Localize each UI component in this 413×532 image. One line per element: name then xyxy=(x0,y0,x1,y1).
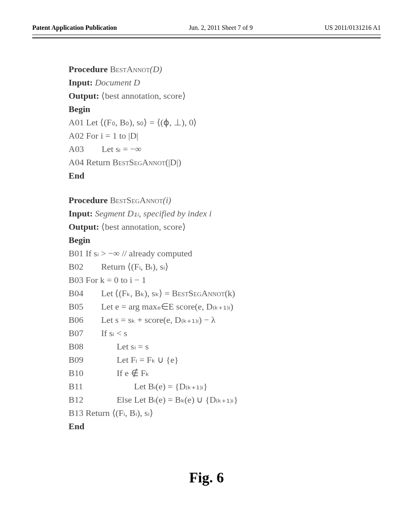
proc2-b02: B02 Return ⟨(Fᵢ, Bᵢ), sᵢ⟩ xyxy=(69,260,381,273)
proc1-title-arg: (D) xyxy=(150,64,162,74)
proc2-b09: B09 Let Fᵢ = Fₖ ∪ {e} xyxy=(69,353,381,366)
page: Patent Application Publication Jun. 2, 2… xyxy=(0,0,413,532)
header-right: US 2011/0131216 A1 xyxy=(325,24,381,31)
proc1-a04-b: BestSegAnnot xyxy=(113,157,165,167)
proc1-end: End xyxy=(69,169,381,182)
proc2-title-arg: (i) xyxy=(163,195,171,205)
proc2-b03: B03 For k = 0 to i − 1 xyxy=(69,273,381,287)
proc1-output-kw: Output: xyxy=(69,91,101,101)
proc2-input-kw: Input: xyxy=(69,208,95,218)
page-header: Patent Application Publication Jun. 2, 2… xyxy=(32,24,381,35)
proc1-output: Output: ⟨best annotation, score⟩ xyxy=(69,89,381,102)
header-mid: Jun. 2, 2011 Sheet 7 of 9 xyxy=(189,24,253,31)
proc1-input: Input: Document D xyxy=(69,76,381,89)
algorithm-content: Procedure BestAnnot(D) Input: Document D… xyxy=(69,62,381,433)
proc2-b13: B13 Return ⟨(Fᵢ, Bᵢ), sᵢ⟩ xyxy=(69,406,381,420)
proc1-begin: Begin xyxy=(69,102,381,116)
proc2-title-name: BestSegAnnot xyxy=(110,195,163,205)
proc2-b04-b: BestSegAnnot xyxy=(172,288,225,298)
proc1-input-val: Document D xyxy=(95,77,140,87)
proc1-title: Procedure BestAnnot(D) xyxy=(69,62,381,76)
proc2-input-val: Segment D₁ᵢ, specified by index i xyxy=(95,208,211,218)
proc2-b04-a: B04 Let ⟨(Fₖ, Bₖ), sₖ⟩ = xyxy=(69,288,172,298)
proc1-a04: A04 Return BestSegAnnot(|D|) xyxy=(69,156,381,169)
proc2-input: Input: Segment D₁ᵢ, specified by index i xyxy=(69,207,381,220)
header-rule xyxy=(32,37,381,38)
proc2-title: Procedure BestSegAnnot(i) xyxy=(69,193,381,207)
proc2-block: Procedure BestSegAnnot(i) Input: Segment… xyxy=(69,193,381,433)
proc2-output: Output: ⟨best annotation, score⟩ xyxy=(69,220,381,233)
proc1-a02: A02 For i = 1 to |D| xyxy=(69,129,381,142)
proc1-a03: A03 Let sᵢ = −∞ xyxy=(69,142,381,156)
proc2-begin: Begin xyxy=(69,233,381,247)
figure-caption: Fig. 6 xyxy=(32,469,381,486)
proc1-a04-a: A04 Return xyxy=(69,157,113,167)
proc2-b04: B04 Let ⟨(Fₖ, Bₖ), sₖ⟩ = BestSegAnnot(k) xyxy=(69,287,381,300)
proc2-output-kw: Output: xyxy=(69,222,101,232)
proc1-a04-c: (|D|) xyxy=(165,157,181,167)
proc2-b08: B08 Let sᵢ = s xyxy=(69,340,381,353)
proc2-b05: B05 Let e = arg maxₑ∈E score(e, D₍ₖ₊₁₎ᵢ) xyxy=(69,300,381,313)
proc1-title-name: BestAnnot xyxy=(110,64,150,74)
proc2-b07: B07 If sᵢ < s xyxy=(69,326,381,340)
proc2-b12: B12 Else Let Bᵢ(e) = Bₖ(e) ∪ {D₍ₖ₊₁₎ᵢ} xyxy=(69,393,381,406)
proc2-b10: B10 If e ∉ Fₖ xyxy=(69,366,381,380)
proc2-output-val: ⟨best annotation, score⟩ xyxy=(101,222,186,232)
proc2-b11: B11 Let Bᵢ(e) = {D₍ₖ₊₁₎ᵢ} xyxy=(69,380,381,393)
proc2-title-kw: Procedure xyxy=(69,195,110,205)
proc2-b04-c: (k) xyxy=(225,288,235,298)
proc2-end: End xyxy=(69,420,381,433)
proc1-a01: A01 Let ⟨(F₀, B₀), s₀⟩ = ⟨(ϕ, ⊥), 0⟩ xyxy=(69,116,381,129)
proc1-output-val: ⟨best annotation, score⟩ xyxy=(101,91,186,101)
proc2-b01: B01 If sᵢ > −∞ // already computed xyxy=(69,247,381,260)
proc1-input-kw: Input: xyxy=(69,77,95,87)
proc1-title-kw: Procedure xyxy=(69,64,110,74)
header-left: Patent Application Publication xyxy=(32,24,117,31)
proc2-b06: B06 Let s = sₖ + score(e, D₍ₖ₊₁₎ᵢ) − λ xyxy=(69,313,381,326)
